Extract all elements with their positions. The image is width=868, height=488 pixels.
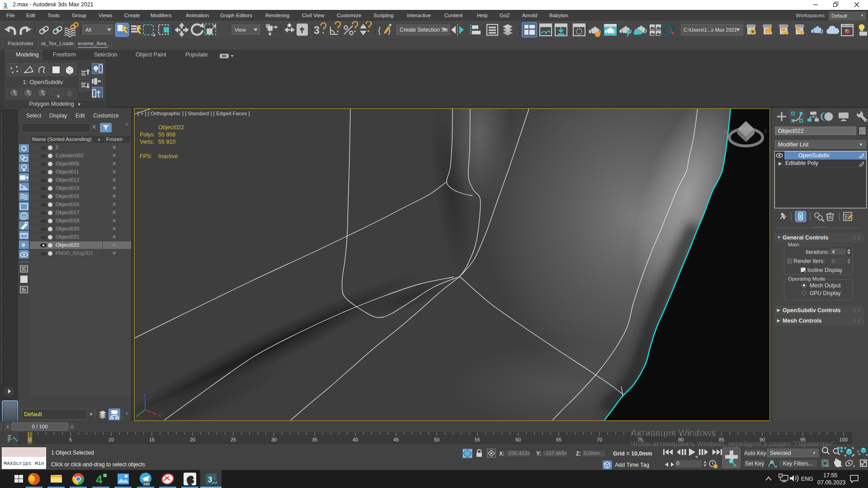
svg-text:20: 20: [190, 437, 195, 442]
svg-text:15: 15: [149, 437, 155, 442]
svg-text:65: 65: [556, 437, 561, 442]
svg-text:Polys:: Polys:: [140, 131, 155, 138]
svg-text:3: 3: [4, 2, 7, 9]
svg-text:All: All: [85, 27, 91, 33]
svg-text:70: 70: [597, 437, 602, 442]
svg-text:MAX: MAX: [212, 481, 217, 484]
svg-text:G: G: [104, 474, 107, 478]
svg-text:35: 35: [312, 437, 317, 442]
svg-text:C:\Users\1...s Max 2021: C:\Users\1...s Max 2021: [684, 27, 737, 33]
svg-text:60: 60: [515, 437, 521, 442]
svg-text:FPS:: FPS:: [140, 153, 152, 160]
svg-text:40: 40: [353, 437, 358, 442]
svg-text:Verts:: Verts:: [140, 139, 154, 145]
svg-text:55: 55: [475, 437, 480, 442]
svg-text:100: 100: [840, 437, 848, 442]
svg-text:07.05.2023: 07.05.2023: [817, 479, 846, 486]
svg-text:{: {: [378, 25, 381, 35]
svg-text:x: x: [158, 413, 161, 418]
svg-text:ENG: ENG: [801, 476, 813, 482]
svg-text:Create Selection Se: Create Selection Se: [400, 27, 448, 33]
svg-text:[ + ] [ Orthographic ] [ Stand: [ + ] [ Orthographic ] [ Standard ] [ Ed…: [137, 111, 250, 116]
svg-text:0: 0: [28, 437, 31, 442]
svg-text:View: View: [235, 27, 246, 33]
svg-text:25: 25: [231, 437, 236, 442]
svg-text:55 808: 55 808: [158, 131, 175, 138]
svg-text:50: 50: [434, 437, 439, 442]
svg-text:5: 5: [69, 437, 72, 442]
svg-text:17:55: 17:55: [823, 472, 837, 479]
svg-text:z: z: [144, 393, 146, 398]
svg-text:295: 295: [143, 482, 150, 486]
svg-text:❄: ❄: [21, 242, 26, 249]
svg-text:10: 10: [108, 437, 114, 442]
svg-text:4: 4: [96, 473, 103, 486]
svg-text:55 810: 55 810: [158, 139, 175, 145]
svg-text:3: 3: [314, 24, 320, 36]
svg-text:S: S: [764, 129, 767, 134]
svg-text:Object022: Object022: [158, 124, 184, 131]
svg-text:Inactive: Inactive: [158, 153, 178, 160]
svg-text:30: 30: [271, 437, 277, 442]
svg-text:W: W: [724, 130, 729, 135]
svg-text:45: 45: [393, 437, 399, 442]
